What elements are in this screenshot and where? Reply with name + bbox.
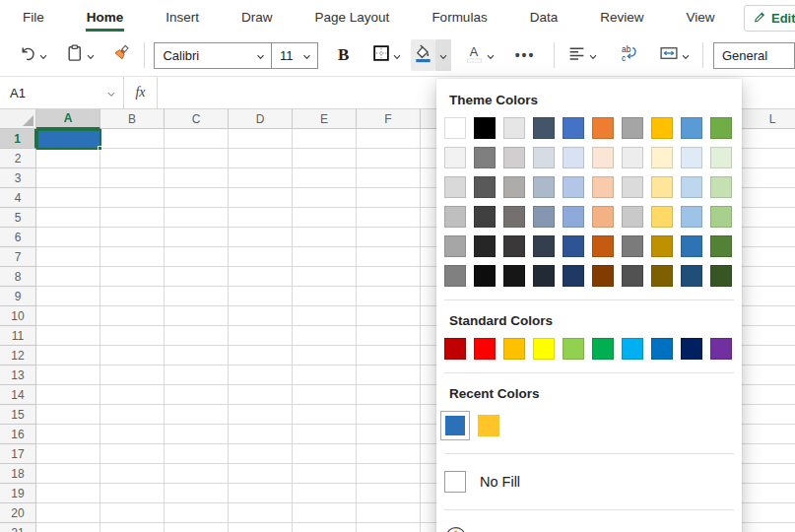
theme-color-r6-c6[interactable] — [592, 265, 614, 287]
more-options-button[interactable]: ••• — [506, 39, 545, 71]
theme-color-r2-c5[interactable] — [563, 147, 584, 168]
theme-color-r1-c2[interactable] — [474, 117, 496, 139]
theme-color-r5-c7[interactable] — [622, 235, 643, 257]
row-header-5[interactable]: 5 — [0, 208, 36, 228]
standard-color-4[interactable] — [533, 338, 555, 360]
standard-color-9[interactable] — [681, 338, 702, 360]
insert-function-button[interactable]: fx — [124, 77, 158, 108]
format-painter-button[interactable] — [108, 39, 134, 71]
theme-color-r1-c8[interactable] — [651, 117, 673, 139]
theme-color-r2-c6[interactable] — [592, 147, 614, 168]
column-header-b[interactable]: B — [100, 109, 165, 129]
theme-color-r1-c7[interactable] — [622, 117, 643, 139]
standard-color-2[interactable] — [474, 338, 496, 360]
font-name-combo[interactable]: Calibri — [154, 42, 272, 69]
theme-color-r6-c10[interactable] — [710, 265, 732, 287]
standard-color-10[interactable] — [710, 338, 732, 360]
theme-color-r6-c9[interactable] — [681, 265, 702, 287]
theme-color-r5-c9[interactable] — [681, 235, 702, 257]
theme-color-r4-c9[interactable] — [681, 206, 702, 228]
theme-color-r4-c6[interactable] — [592, 206, 614, 228]
theme-color-r5-c10[interactable] — [710, 235, 732, 257]
fill-handle[interactable] — [98, 146, 102, 151]
row-header-18[interactable]: 18 — [0, 464, 36, 484]
row-header-12[interactable]: 12 — [0, 346, 36, 366]
row-header-11[interactable]: 11 — [0, 326, 36, 346]
row-header-8[interactable]: 8 — [0, 267, 36, 287]
row-header-4[interactable]: 4 — [0, 188, 36, 208]
theme-color-r1-c3[interactable] — [503, 117, 525, 139]
theme-color-r2-c4[interactable] — [533, 147, 555, 168]
theme-color-r2-c1[interactable] — [444, 147, 466, 168]
standard-color-8[interactable] — [651, 338, 673, 360]
ribbon-tab-formulas[interactable]: Formulas — [431, 1, 488, 33]
fill-color-dropdown-arrow[interactable] — [435, 39, 451, 71]
theme-color-r4-c7[interactable] — [622, 206, 643, 228]
theme-color-r5-c5[interactable] — [563, 235, 584, 257]
no-fill-option[interactable]: No Fill — [444, 467, 742, 497]
theme-color-r6-c1[interactable] — [444, 265, 466, 287]
row-header-17[interactable]: 17 — [0, 444, 36, 464]
standard-color-3[interactable] — [503, 338, 525, 360]
theme-color-r1-c10[interactable] — [710, 117, 732, 139]
theme-color-r2-c8[interactable] — [651, 147, 673, 168]
theme-color-r6-c3[interactable] — [503, 265, 525, 287]
row-header-2[interactable]: 2 — [0, 149, 36, 168]
row-header-1[interactable]: 1 — [0, 129, 36, 149]
row-header-20[interactable]: 20 — [0, 503, 36, 523]
row-header-9[interactable]: 9 — [0, 287, 36, 306]
font-color-button[interactable]: A — [462, 39, 497, 71]
standard-color-1[interactable] — [444, 338, 466, 360]
wrap-text-button[interactable]: abc — [617, 39, 642, 71]
column-header-e[interactable]: E — [293, 109, 357, 129]
row-header-13[interactable]: 13 — [0, 366, 36, 385]
theme-color-r1-c6[interactable] — [592, 117, 614, 139]
editing-mode-button[interactable]: Editing — [744, 5, 795, 32]
row-header-7[interactable]: 7 — [0, 247, 36, 267]
theme-color-r3-c2[interactable] — [474, 176, 496, 198]
theme-color-r5-c2[interactable] — [474, 235, 496, 257]
theme-color-r4-c4[interactable] — [533, 206, 555, 228]
theme-color-r5-c6[interactable] — [592, 235, 614, 257]
column-header-a[interactable]: A — [36, 109, 100, 129]
bold-button[interactable]: B — [327, 39, 360, 71]
theme-color-r3-c4[interactable] — [533, 176, 555, 198]
row-header-10[interactable]: 10 — [0, 306, 36, 326]
theme-color-r3-c5[interactable] — [563, 176, 584, 198]
recent-color-2[interactable] — [474, 411, 503, 440]
theme-color-r3-c3[interactable] — [503, 176, 525, 198]
row-header-16[interactable]: 16 — [0, 425, 36, 444]
theme-color-r3-c7[interactable] — [622, 176, 643, 198]
column-header-l[interactable]: L — [741, 109, 795, 129]
theme-color-r2-c10[interactable] — [710, 147, 732, 168]
align-button[interactable] — [564, 39, 600, 71]
selected-cell-a1[interactable] — [36, 129, 101, 150]
theme-color-r5-c1[interactable] — [444, 235, 466, 257]
standard-color-7[interactable] — [622, 338, 643, 360]
theme-color-r3-c6[interactable] — [592, 176, 614, 198]
theme-color-r6-c4[interactable] — [533, 265, 555, 287]
paste-button[interactable] — [63, 39, 98, 71]
theme-color-r6-c5[interactable] — [563, 265, 584, 287]
theme-color-r6-c7[interactable] — [622, 265, 643, 287]
theme-color-r3-c8[interactable] — [651, 176, 673, 198]
ribbon-tab-view[interactable]: View — [685, 1, 715, 33]
row-header-6[interactable]: 6 — [0, 228, 36, 247]
more-colors-option[interactable]: More Colors... — [444, 523, 742, 532]
theme-color-r6-c8[interactable] — [651, 265, 673, 287]
theme-color-r5-c8[interactable] — [651, 235, 673, 257]
theme-color-r6-c2[interactable] — [474, 265, 496, 287]
fill-color-button[interactable] — [411, 39, 435, 71]
row-header-3[interactable]: 3 — [0, 168, 36, 188]
ribbon-tab-home[interactable]: Home — [86, 1, 125, 33]
row-header-19[interactable]: 19 — [0, 484, 36, 503]
column-header-d[interactable]: D — [229, 109, 293, 129]
theme-color-r4-c10[interactable] — [710, 206, 732, 228]
standard-color-6[interactable] — [592, 338, 614, 360]
theme-color-r1-c1[interactable] — [444, 117, 466, 139]
standard-color-5[interactable] — [563, 338, 584, 360]
column-header-c[interactable]: C — [165, 109, 229, 129]
theme-color-r4-c8[interactable] — [651, 206, 673, 228]
ribbon-tab-draw[interactable]: Draw — [240, 1, 274, 33]
ribbon-tab-file[interactable]: File — [22, 1, 45, 33]
